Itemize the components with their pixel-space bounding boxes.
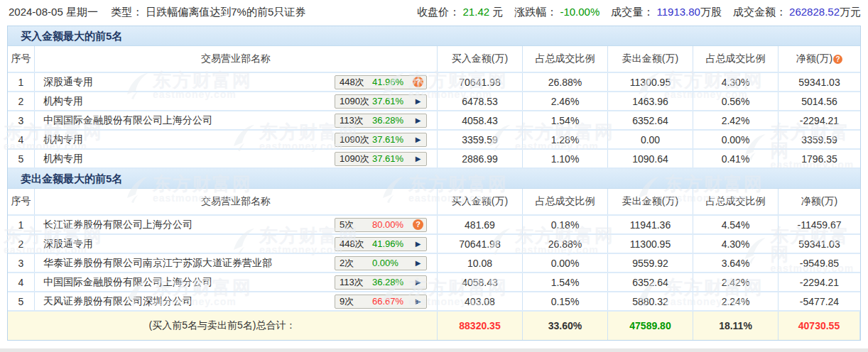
cell-sell-ratio: 0.56%	[693, 92, 779, 110]
badge-times: 1090次	[340, 95, 371, 108]
expand-arrow-icon[interactable]: ▶	[413, 136, 423, 143]
stat-item: 成交量： 11913.80万股	[611, 6, 722, 19]
cell-sell-ratio: 0.41%	[693, 150, 779, 167]
stat-label: 涨跌幅：	[514, 6, 557, 18]
expand-arrow-icon[interactable]: ▶	[413, 278, 423, 286]
badge-percent: 37.61%	[371, 153, 413, 164]
table-row: 5 机构专用 1090次 37.61% ▶ 2886.99 1.10% 1090…	[8, 150, 860, 169]
trade-times-badge[interactable]: 1090次 37.61% ▶	[335, 133, 427, 147]
col-header-seq: 序号	[8, 46, 35, 72]
broker-name: 深股通专用	[43, 76, 93, 89]
table-row: 4 中国国际金融股份有限公司上海分公司 113次 36.28% ▶ 4058.4…	[8, 273, 860, 292]
broker-name: 中国国际金融股份有限公司上海分公司	[43, 276, 212, 289]
stat-value: -10.00%	[557, 6, 600, 18]
cell-buy-ratio: 0.18%	[523, 216, 608, 233]
stat-suffix: 万元	[840, 6, 861, 18]
total-buy-ratio: 33.60%	[523, 312, 608, 340]
cell-seq: 5	[8, 150, 35, 167]
stat-suffix: 元	[489, 6, 503, 18]
col-header-net-label: 净额(万)	[796, 53, 832, 65]
table-row: 4 机构专用 1090次 37.61% ▶ 3359.59 1.28% 0.00…	[8, 131, 860, 150]
expand-arrow-icon[interactable]: ▶	[413, 155, 423, 163]
broker-name: 机构专用	[43, 95, 83, 108]
cell-sell-ratio: 0.00%	[693, 131, 779, 148]
cell-name: 华泰证券股份有限公司南京江宁苏源大道证券营业部 2次 0.00% ▶	[35, 254, 438, 272]
expand-arrow-icon[interactable]: ▶	[413, 240, 423, 248]
buy-table-section: 买入金额最大的前5名 序号 交易营业部名称 买入金额(万) 占总成交比例 卖出金…	[8, 26, 860, 169]
cell-seq: 3	[8, 254, 35, 272]
expand-arrow-icon[interactable]: ▶	[413, 259, 423, 267]
col-header-buy: 买入金额(万)	[438, 46, 523, 72]
cell-buy-ratio: 0.00%	[523, 254, 608, 272]
cell-net: -9549.85	[779, 254, 860, 272]
trade-times-badge[interactable]: 448次 41.96% ?	[335, 75, 427, 89]
trade-times-badge[interactable]: 448次 41.96% ▶	[335, 237, 427, 251]
trade-times-badge[interactable]: 5次 80.00% ?	[335, 218, 427, 232]
buy-table-header-row: 序号 交易营业部名称 买入金额(万) 占总成交比例 卖出金额(万) 占总成交比例…	[8, 46, 860, 73]
stat-value: 262828.52	[786, 6, 840, 18]
cell-sell: 11300.95	[608, 73, 693, 91]
broker-name: 天风证券股份有限公司深圳分公司	[43, 295, 192, 308]
help-icon[interactable]: ?	[413, 219, 423, 230]
cell-seq: 2	[8, 235, 35, 253]
table-row: 2 深股通专用 448次 41.96% ▶ 70641.98 26.88% 11…	[8, 235, 860, 254]
broker-name: 机构专用	[43, 133, 83, 146]
cell-buy-ratio: 0.15%	[523, 292, 608, 310]
stat-value: 11913.80	[653, 6, 700, 18]
cell-sell: 6352.64	[608, 273, 693, 291]
stat-suffix: 万股	[700, 6, 722, 18]
cell-sell-ratio: 4.54%	[693, 216, 779, 233]
cell-sell: 0.00	[608, 131, 693, 148]
trade-times-badge[interactable]: 113次 36.28% ▶	[335, 114, 427, 128]
badge-times: 2次	[340, 257, 371, 270]
help-icon[interactable]: ?	[833, 55, 842, 64]
broker-name: 长江证券股份有限公司上海分公司	[43, 219, 192, 231]
cell-seq: 4	[8, 273, 35, 291]
total-net: 40730.55	[779, 312, 860, 340]
total-row: (买入前5名与卖出前5名)总合计： 88320.35 33.60% 47589.…	[8, 312, 860, 340]
badge-percent: 66.67%	[371, 296, 413, 307]
total-sell: 47589.80	[608, 312, 693, 340]
cell-sell-ratio: 4.30%	[693, 73, 779, 91]
cell-sell: 1090.64	[608, 150, 693, 167]
cell-buy-ratio: 1.54%	[523, 111, 608, 129]
cell-buy: 4058.43	[438, 273, 523, 291]
type-label: 类型：	[111, 6, 143, 18]
bottom-strip	[0, 348, 868, 352]
col-header-buy-ratio: 占总成交比例	[523, 46, 608, 72]
expand-arrow-icon[interactable]: ▶	[413, 297, 423, 305]
cell-seq: 4	[8, 131, 35, 148]
sell-table-body: 1 长江证券股份有限公司上海分公司 5次 80.00% ? 481.69 0.1…	[8, 216, 860, 312]
trade-times-badge[interactable]: 1090次 37.61% ▶	[335, 94, 427, 109]
cell-buy: 403.08	[438, 292, 523, 310]
trade-times-badge[interactable]: 2次 0.00% ▶	[335, 256, 427, 270]
cell-net: -11459.67	[779, 216, 860, 233]
cell-name: 机构专用 1090次 37.61% ▶	[35, 150, 438, 167]
badge-times: 113次	[340, 114, 371, 127]
badge-percent: 41.96%	[371, 77, 413, 87]
trade-times-badge[interactable]: 1090次 37.61% ▶	[335, 152, 427, 166]
help-icon[interactable]: ?	[413, 77, 423, 87]
table-row: 2 机构专用 1090次 37.61% ▶ 6478.53 2.46% 1463…	[8, 92, 860, 111]
expand-arrow-icon[interactable]: ▶	[413, 116, 423, 124]
col-header-seq: 序号	[8, 189, 35, 214]
trade-times-badge[interactable]: 113次 36.28% ▶	[335, 275, 427, 290]
col-header-sell: 卖出金额(万)	[608, 189, 693, 214]
list-type-line: 2024-08-05 星期一 类型： 日跌幅偏离值达到7%的前5只证券	[9, 6, 305, 19]
cell-sell: 1463.96	[608, 92, 693, 110]
table-row: 3 中国国际金融股份有限公司上海分公司 113次 36.28% ▶ 4058.4…	[8, 111, 860, 131]
lhb-board: 买入金额最大的前5名 序号 交易营业部名称 买入金额(万) 占总成交比例 卖出金…	[7, 26, 861, 341]
badge-percent: 80.00%	[371, 219, 413, 230]
broker-name: 中国国际金融股份有限公司上海分公司	[43, 114, 212, 127]
cell-buy-ratio: 26.88%	[523, 235, 608, 253]
expand-arrow-icon[interactable]: ▶	[413, 97, 423, 105]
trade-times-badge[interactable]: 9次 66.67% ▶	[335, 295, 427, 309]
cell-seq: 1	[8, 73, 35, 91]
stat-label: 收盘价：	[417, 6, 460, 18]
cell-sell-ratio: 2.42%	[693, 273, 779, 291]
cell-buy: 6478.53	[438, 92, 523, 110]
cell-name: 长江证券股份有限公司上海分公司 5次 80.00% ?	[35, 216, 438, 233]
cell-buy: 4058.43	[438, 111, 523, 129]
sell-table-header-row: 序号 交易营业部名称 买入金额(万) 占总成交比例 卖出金额(万) 占总成交比例…	[8, 189, 860, 216]
stat-label: 成交金额：	[733, 6, 786, 18]
